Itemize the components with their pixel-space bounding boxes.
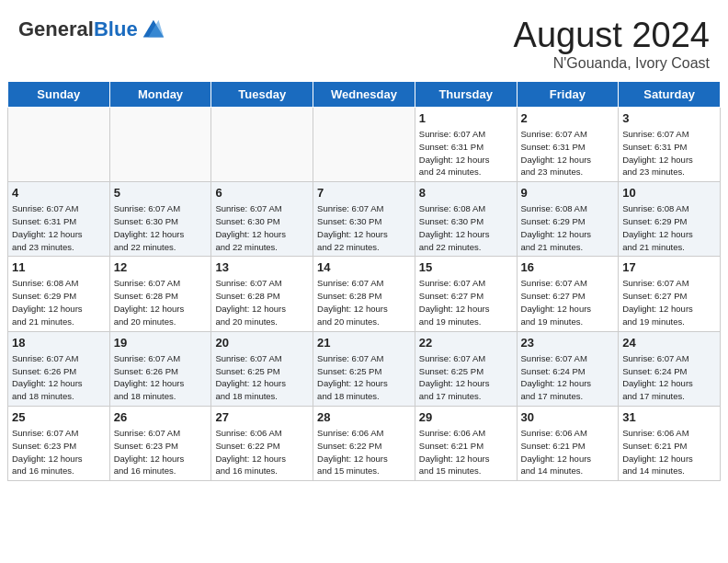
day-info: Sunrise: 6:07 AM Sunset: 6:23 PM Dayligh… <box>12 427 106 477</box>
day-cell-28: 28Sunrise: 6:06 AM Sunset: 6:22 PM Dayli… <box>313 406 415 480</box>
day-header-tuesday: Tuesday <box>211 81 313 107</box>
day-info: Sunrise: 6:08 AM Sunset: 6:30 PM Dayligh… <box>419 202 513 253</box>
day-info: Sunrise: 6:06 AM Sunset: 6:21 PM Dayligh… <box>419 427 513 477</box>
day-header-monday: Monday <box>109 81 211 107</box>
day-number: 8 <box>419 185 513 201</box>
day-cell-18: 18Sunrise: 6:07 AM Sunset: 6:26 PM Dayli… <box>8 331 110 406</box>
day-cell-25: 25Sunrise: 6:07 AM Sunset: 6:23 PM Dayli… <box>8 406 110 480</box>
day-cell-15: 15Sunrise: 6:07 AM Sunset: 6:27 PM Dayli… <box>415 257 517 331</box>
day-info: Sunrise: 6:07 AM Sunset: 6:25 PM Dayligh… <box>419 352 513 403</box>
day-cell-30: 30Sunrise: 6:06 AM Sunset: 6:21 PM Dayli… <box>517 406 619 480</box>
day-cell-2: 2Sunrise: 6:07 AM Sunset: 6:31 PM Daylig… <box>517 107 619 181</box>
day-cell-27: 27Sunrise: 6:06 AM Sunset: 6:22 PM Dayli… <box>211 406 313 480</box>
logo-blue-text: Blue <box>94 17 138 40</box>
day-info: Sunrise: 6:07 AM Sunset: 6:28 PM Dayligh… <box>114 277 208 327</box>
day-cell-19: 19Sunrise: 6:07 AM Sunset: 6:26 PM Dayli… <box>109 331 211 406</box>
day-info: Sunrise: 6:07 AM Sunset: 6:24 PM Dayligh… <box>622 352 716 403</box>
day-info: Sunrise: 6:07 AM Sunset: 6:24 PM Dayligh… <box>521 352 615 403</box>
day-cell-24: 24Sunrise: 6:07 AM Sunset: 6:24 PM Dayli… <box>619 331 721 406</box>
day-info: Sunrise: 6:06 AM Sunset: 6:22 PM Dayligh… <box>215 427 309 477</box>
week-row-3: 11Sunrise: 6:08 AM Sunset: 6:29 PM Dayli… <box>8 257 721 331</box>
day-info: Sunrise: 6:08 AM Sunset: 6:29 PM Dayligh… <box>521 202 615 253</box>
day-number: 19 <box>114 335 208 351</box>
day-cell-29: 29Sunrise: 6:06 AM Sunset: 6:21 PM Dayli… <box>415 406 517 480</box>
day-header-wednesday: Wednesday <box>313 81 415 107</box>
day-info: Sunrise: 6:08 AM Sunset: 6:29 PM Dayligh… <box>12 277 106 327</box>
day-number: 1 <box>419 110 513 127</box>
day-header-friday: Friday <box>517 81 619 107</box>
logo-icon <box>140 17 165 42</box>
day-number: 29 <box>419 409 513 426</box>
week-row-4: 18Sunrise: 6:07 AM Sunset: 6:26 PM Dayli… <box>8 331 721 406</box>
day-number: 21 <box>317 335 411 351</box>
day-number: 4 <box>12 185 106 201</box>
day-info: Sunrise: 6:07 AM Sunset: 6:31 PM Dayligh… <box>419 128 513 178</box>
week-row-5: 25Sunrise: 6:07 AM Sunset: 6:23 PM Dayli… <box>8 406 721 480</box>
logo: GeneralBlue <box>18 17 165 42</box>
day-info: Sunrise: 6:07 AM Sunset: 6:27 PM Dayligh… <box>521 277 615 327</box>
day-info: Sunrise: 6:07 AM Sunset: 6:26 PM Dayligh… <box>12 352 106 403</box>
day-info: Sunrise: 6:07 AM Sunset: 6:30 PM Dayligh… <box>215 202 309 253</box>
day-number: 3 <box>622 110 716 127</box>
day-cell-23: 23Sunrise: 6:07 AM Sunset: 6:24 PM Dayli… <box>517 331 619 406</box>
day-info: Sunrise: 6:07 AM Sunset: 6:27 PM Dayligh… <box>419 277 513 327</box>
day-cell-26: 26Sunrise: 6:07 AM Sunset: 6:23 PM Dayli… <box>109 406 211 480</box>
empty-cell <box>109 107 211 181</box>
day-cell-13: 13Sunrise: 6:07 AM Sunset: 6:28 PM Dayli… <box>211 257 313 331</box>
week-row-2: 4Sunrise: 6:07 AM Sunset: 6:31 PM Daylig… <box>8 182 721 257</box>
day-cell-4: 4Sunrise: 6:07 AM Sunset: 6:31 PM Daylig… <box>8 182 110 257</box>
day-info: Sunrise: 6:08 AM Sunset: 6:29 PM Dayligh… <box>622 202 716 253</box>
day-cell-1: 1Sunrise: 6:07 AM Sunset: 6:31 PM Daylig… <box>415 107 517 181</box>
days-header-row: SundayMondayTuesdayWednesdayThursdayFrid… <box>8 81 721 107</box>
day-info: Sunrise: 6:07 AM Sunset: 6:31 PM Dayligh… <box>622 128 716 178</box>
page-wrapper: GeneralBlue August 2024 N'Gouanda, Ivory… <box>0 0 728 481</box>
day-number: 13 <box>215 259 309 276</box>
day-number: 11 <box>12 259 106 276</box>
day-info: Sunrise: 6:07 AM Sunset: 6:27 PM Dayligh… <box>622 277 716 327</box>
day-info: Sunrise: 6:07 AM Sunset: 6:28 PM Dayligh… <box>215 277 309 327</box>
day-cell-22: 22Sunrise: 6:07 AM Sunset: 6:25 PM Dayli… <box>415 331 517 406</box>
day-cell-31: 31Sunrise: 6:06 AM Sunset: 6:21 PM Dayli… <box>619 406 721 480</box>
day-cell-3: 3Sunrise: 6:07 AM Sunset: 6:31 PM Daylig… <box>619 107 721 181</box>
day-number: 23 <box>521 335 615 351</box>
day-info: Sunrise: 6:06 AM Sunset: 6:21 PM Dayligh… <box>622 427 716 477</box>
day-header-saturday: Saturday <box>619 81 721 107</box>
day-info: Sunrise: 6:07 AM Sunset: 6:25 PM Dayligh… <box>317 352 411 403</box>
day-number: 6 <box>215 185 309 201</box>
empty-cell <box>313 107 415 181</box>
day-cell-7: 7Sunrise: 6:07 AM Sunset: 6:30 PM Daylig… <box>313 182 415 257</box>
empty-cell <box>8 107 110 181</box>
day-number: 9 <box>521 185 615 201</box>
day-cell-21: 21Sunrise: 6:07 AM Sunset: 6:25 PM Dayli… <box>313 331 415 406</box>
day-number: 27 <box>215 409 309 426</box>
day-cell-10: 10Sunrise: 6:08 AM Sunset: 6:29 PM Dayli… <box>619 182 721 257</box>
day-cell-5: 5Sunrise: 6:07 AM Sunset: 6:30 PM Daylig… <box>109 182 211 257</box>
day-cell-16: 16Sunrise: 6:07 AM Sunset: 6:27 PM Dayli… <box>517 257 619 331</box>
day-header-thursday: Thursday <box>415 81 517 107</box>
day-cell-20: 20Sunrise: 6:07 AM Sunset: 6:25 PM Dayli… <box>211 331 313 406</box>
day-info: Sunrise: 6:07 AM Sunset: 6:25 PM Dayligh… <box>215 352 309 403</box>
day-cell-11: 11Sunrise: 6:08 AM Sunset: 6:29 PM Dayli… <box>8 257 110 331</box>
day-cell-17: 17Sunrise: 6:07 AM Sunset: 6:27 PM Dayli… <box>619 257 721 331</box>
location: N'Gouanda, Ivory Coast <box>514 55 710 72</box>
day-info: Sunrise: 6:07 AM Sunset: 6:31 PM Dayligh… <box>521 128 615 178</box>
day-info: Sunrise: 6:07 AM Sunset: 6:28 PM Dayligh… <box>317 277 411 327</box>
month-year: August 2024 <box>514 17 710 55</box>
day-number: 31 <box>622 409 716 426</box>
day-cell-9: 9Sunrise: 6:08 AM Sunset: 6:29 PM Daylig… <box>517 182 619 257</box>
day-number: 16 <box>521 259 615 276</box>
day-cell-14: 14Sunrise: 6:07 AM Sunset: 6:28 PM Dayli… <box>313 257 415 331</box>
day-number: 7 <box>317 185 411 201</box>
title-block: August 2024 N'Gouanda, Ivory Coast <box>514 17 710 72</box>
day-number: 14 <box>317 259 411 276</box>
week-row-1: 1Sunrise: 6:07 AM Sunset: 6:31 PM Daylig… <box>8 107 721 181</box>
day-cell-6: 6Sunrise: 6:07 AM Sunset: 6:30 PM Daylig… <box>211 182 313 257</box>
day-number: 5 <box>114 185 208 201</box>
calendar-table: SundayMondayTuesdayWednesdayThursdayFrid… <box>7 81 721 481</box>
day-info: Sunrise: 6:07 AM Sunset: 6:30 PM Dayligh… <box>317 202 411 253</box>
day-info: Sunrise: 6:06 AM Sunset: 6:22 PM Dayligh… <box>317 427 411 477</box>
day-number: 24 <box>622 335 716 351</box>
day-number: 30 <box>521 409 615 426</box>
logo-general-text: General <box>18 17 94 40</box>
day-number: 22 <box>419 335 513 351</box>
